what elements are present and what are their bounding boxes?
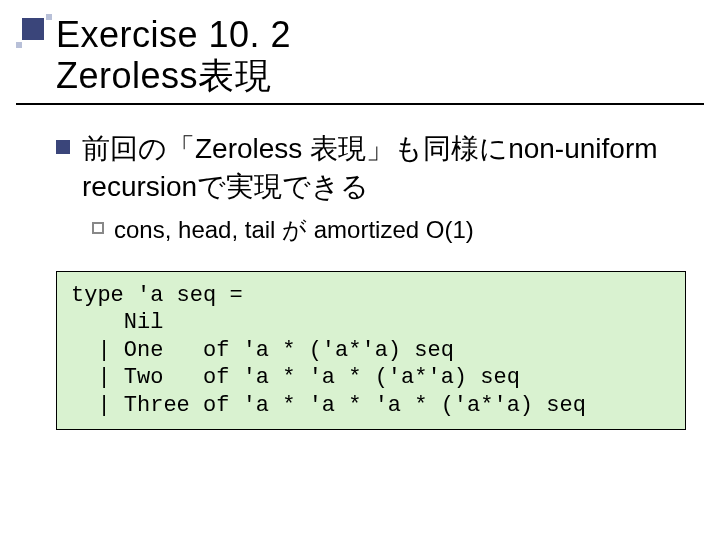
bullet-icon — [56, 140, 70, 154]
slide-title: Exercise 10. 2 Zeroless表現 — [56, 14, 696, 97]
subbullet-text: cons, head, tail が amortized O(1) — [114, 214, 474, 245]
decor-small-square-2 — [16, 42, 22, 48]
title-line-2: Zeroless表現 — [56, 55, 271, 96]
subbullet-row: cons, head, tail が amortized O(1) — [92, 214, 680, 245]
code-box: type 'a seq = Nil | One of 'a * ('a*'a) … — [56, 271, 686, 431]
title-rule — [16, 103, 704, 105]
slide-body: 前回の「Zeroless 表現」も同様にnon-uniform recursio… — [56, 130, 680, 430]
bullet-row: 前回の「Zeroless 表現」も同様にnon-uniform recursio… — [56, 130, 680, 206]
title-block: Exercise 10. 2 Zeroless表現 — [56, 14, 696, 105]
decor-small-square-1 — [46, 14, 52, 20]
decor-squares — [16, 12, 50, 46]
bullet-text: 前回の「Zeroless 表現」も同様にnon-uniform recursio… — [82, 130, 680, 206]
slide: Exercise 10. 2 Zeroless表現 前回の「Zeroless 表… — [0, 0, 720, 540]
subbullet-icon — [92, 222, 104, 234]
title-line-1: Exercise 10. 2 — [56, 14, 291, 55]
decor-big-square — [22, 18, 44, 40]
